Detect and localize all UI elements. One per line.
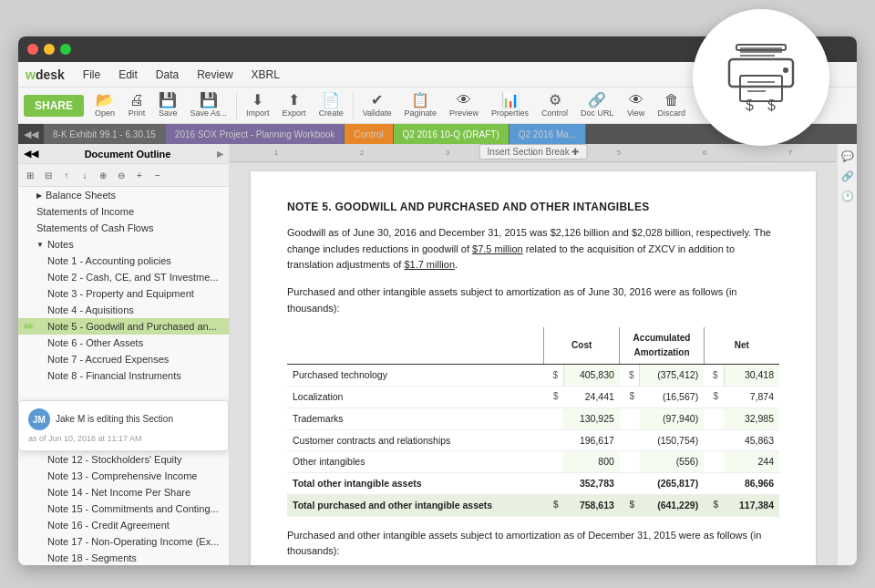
table-cell-accum: (265,817) bbox=[640, 473, 704, 495]
sidebar-item-label: Statements of Cash Flows bbox=[36, 222, 153, 233]
validate-icon: ✔ bbox=[371, 93, 383, 108]
table-cell-accum: (556) bbox=[640, 451, 704, 473]
save-as-button[interactable]: 💾 Save As... bbox=[185, 91, 233, 119]
table-cell-accum-sign: $ bbox=[620, 386, 640, 407]
doc-url-button[interactable]: 🔗 Doc URL bbox=[575, 91, 620, 119]
sidebar-item-label: Note 13 - Comprehensive Income bbox=[47, 470, 197, 481]
sidebar-item-balance-sheets[interactable]: ▶ Balance Sheets bbox=[18, 187, 229, 203]
menu-edit[interactable]: Edit bbox=[111, 66, 145, 84]
menu-data[interactable]: Data bbox=[149, 66, 186, 84]
create-button[interactable]: 📄 Create bbox=[314, 91, 349, 119]
sidebar-tool-add[interactable]: + bbox=[131, 167, 148, 183]
view-label: View bbox=[627, 108, 644, 118]
create-icon: 📄 bbox=[322, 93, 340, 108]
note-paragraph-2: Purchased and other intangible assets su… bbox=[287, 284, 779, 316]
svg-point-11 bbox=[783, 67, 788, 73]
sidebar-item-statements-cash[interactable]: Statements of Cash Flows bbox=[18, 220, 229, 236]
menu-file[interactable]: File bbox=[76, 66, 108, 84]
sidebar-item-note8[interactable]: Note 8 - Financial Instruments bbox=[18, 367, 229, 384]
sidebar-item-notes[interactable]: ▼ Notes bbox=[18, 236, 229, 253]
tab-8k[interactable]: 8-K Exhibit 99.1 - 6.30.15 bbox=[44, 124, 166, 144]
table-cell-accum: (641,229) bbox=[640, 494, 704, 516]
view-button[interactable]: 👁 View bbox=[622, 91, 651, 119]
minimize-button[interactable] bbox=[44, 44, 55, 55]
sidebar-item-note17[interactable]: Note 18 - Segments bbox=[18, 550, 229, 565]
sidebar-tool-indent[interactable]: ⊞ bbox=[22, 167, 38, 183]
menu-xbrl[interactable]: XBRL bbox=[244, 66, 287, 84]
sidebar-item-label: Balance Sheets bbox=[46, 190, 116, 201]
links-panel-button[interactable]: 🔗 bbox=[839, 168, 856, 184]
save-label: Save bbox=[159, 108, 178, 118]
open-button[interactable]: 📂 Open bbox=[89, 91, 120, 119]
save-button[interactable]: 💾 Save bbox=[153, 91, 183, 119]
tab-control[interactable]: Control bbox=[345, 124, 393, 144]
close-button[interactable] bbox=[27, 44, 38, 55]
preview-label: Preview bbox=[449, 108, 479, 118]
share-button[interactable]: SHARE bbox=[24, 95, 84, 117]
sidebar-item-note1[interactable]: Note 1 - Accounting policies bbox=[18, 253, 229, 269]
sidebar-tool-expand[interactable]: ⊕ bbox=[95, 167, 111, 183]
sidebar-item-note14[interactable]: Note 15 - Commitments and Conting... bbox=[18, 500, 229, 517]
table-cell-label: Total purchased and other intangible ass… bbox=[287, 494, 543, 516]
sidebar-tool-remove[interactable]: − bbox=[149, 167, 166, 183]
validate-button[interactable]: ✔ Validate bbox=[357, 91, 397, 119]
tab-q2-draft[interactable]: Q2 2016 10-Q (DRAFT) bbox=[394, 124, 510, 144]
sidebar-tool-move-up[interactable]: ↑ bbox=[58, 167, 75, 183]
tabs-collapse-button[interactable]: ◀◀ bbox=[18, 124, 44, 144]
notification-text: Jake M is editing this Section bbox=[56, 413, 173, 426]
sidebar-collapse-button[interactable]: ◀◀ bbox=[24, 148, 38, 160]
table-row: Purchased technology $ 405,830 $ (375,41… bbox=[287, 365, 779, 387]
sidebar-tool-move-down[interactable]: ↓ bbox=[77, 167, 93, 183]
document-scroll[interactable]: NOTE 5. GOODWILL AND PURCHASED AND OTHER… bbox=[230, 162, 837, 565]
paginate-icon: 📋 bbox=[411, 93, 429, 108]
user-editing-notification: JM Jake M is editing this Section as of … bbox=[18, 400, 229, 451]
sidebar-item-note6[interactable]: Note 6 - Other Assets bbox=[18, 335, 229, 351]
create-label: Create bbox=[319, 108, 344, 118]
sidebar-item-label: Statements of Income bbox=[36, 206, 134, 217]
sidebar-item-label: Note 18 - Segments bbox=[47, 552, 137, 563]
sidebar-item-note15[interactable]: Note 16 - Credit Agreement bbox=[18, 517, 229, 533]
sidebar-item-note3[interactable]: Note 3 - Property and Equipment bbox=[18, 285, 229, 302]
table-cell-label: Trademarks bbox=[287, 407, 543, 429]
table-row: Localization $ 24,441 $ (16,567) $ 7,874 bbox=[287, 386, 779, 407]
right-panel: 💬 🔗 🕐 ℹ bbox=[837, 144, 857, 565]
sidebar-tool-collapse[interactable]: ⊖ bbox=[113, 167, 129, 183]
control-button[interactable]: ⚙ Control bbox=[536, 91, 573, 119]
sidebar-item-note12[interactable]: Note 13 - Comprehensive Income bbox=[18, 468, 229, 484]
discard-button[interactable]: 🗑 Discard bbox=[653, 91, 692, 119]
comments-panel-button[interactable]: 💬 bbox=[839, 148, 856, 164]
preview-icon: 👁 bbox=[457, 93, 471, 108]
sidebar-item-note16[interactable]: Note 17 - Non-Operating Income (Ex... bbox=[18, 533, 229, 550]
table-cell-net-sign: $ bbox=[704, 365, 724, 387]
sidebar-item-statements-income[interactable]: Statements of Income bbox=[18, 203, 229, 220]
sidebar-item-note5[interactable]: ✏ Note 5 - Goodwill and Purchased an... bbox=[18, 318, 229, 335]
history-panel-button[interactable]: 🕐 bbox=[839, 188, 856, 204]
menu-review[interactable]: Review bbox=[190, 66, 240, 84]
preview-button[interactable]: 👁 Preview bbox=[444, 91, 484, 119]
table-cell-label: Total other intangible assets bbox=[287, 473, 543, 495]
import-label: Import bbox=[246, 108, 270, 118]
sidebar-tool-outdent[interactable]: ⊟ bbox=[40, 167, 57, 183]
sidebar-item-label: Note 17 - Non-Operating Income (Ex... bbox=[47, 536, 219, 547]
properties-label: Properties bbox=[491, 108, 529, 118]
tab-sox[interactable]: 2016 SOX Project - Planning Workbook bbox=[166, 124, 345, 144]
open-label: Open bbox=[95, 108, 115, 118]
export-button[interactable]: ⬆ Export bbox=[277, 91, 312, 119]
table-header-accum: AccumulatedAmortization bbox=[620, 327, 704, 365]
sidebar-item-note11[interactable]: Note 12 - Stockholders' Equity bbox=[18, 451, 229, 468]
sidebar-item-label: Note 3 - Property and Equipment bbox=[47, 288, 194, 299]
print-button[interactable]: 🖨 Print bbox=[122, 91, 151, 119]
properties-button[interactable]: 📊 Properties bbox=[486, 91, 534, 119]
sidebar-item-label: Note 1 - Accounting policies bbox=[47, 255, 171, 266]
outline-item-area-with-popup: Note 10 - Compensation Plan JM Jake M is… bbox=[18, 384, 229, 451]
import-icon: ⬇ bbox=[252, 93, 263, 108]
tab-q2-ma[interactable]: Q2 2016 Ma... bbox=[510, 124, 586, 144]
sidebar-item-note13[interactable]: Note 14 - Net Income Per Share bbox=[18, 484, 229, 500]
import-button[interactable]: ⬇ Import bbox=[241, 91, 275, 119]
sidebar-item-note2[interactable]: Note 2 - Cash, CE, and ST Investme... bbox=[18, 269, 229, 285]
control-label: Control bbox=[541, 108, 568, 118]
maximize-button[interactable] bbox=[60, 44, 71, 55]
sidebar-item-note4[interactable]: Note 4 - Aquisitions bbox=[18, 302, 229, 318]
sidebar-item-note7[interactable]: Note 7 - Accrued Expenses bbox=[18, 351, 229, 367]
paginate-button[interactable]: 📋 Paginate bbox=[399, 91, 443, 119]
